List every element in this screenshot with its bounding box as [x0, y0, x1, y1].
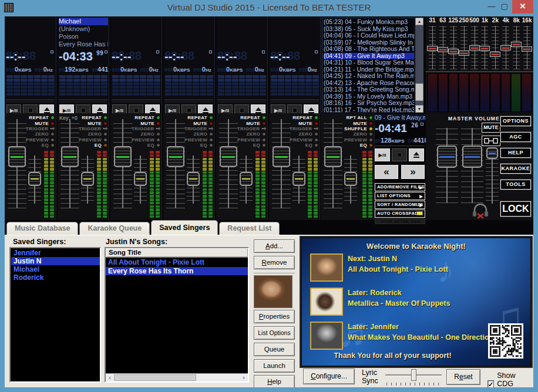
eq-slider[interactable] [481, 26, 488, 69]
stop-button[interactable] [392, 148, 407, 161]
tools-button[interactable]: TOOLS [500, 180, 531, 190]
scroll-right-icon[interactable]: › [240, 374, 248, 381]
deck-waveform[interactable] [217, 99, 266, 103]
help-button[interactable]: Help [254, 375, 295, 387]
auto-crossfade-button[interactable]: AUTO CROSSFADE [375, 209, 425, 218]
pitch-fader[interactable] [28, 156, 41, 204]
playlist-item[interactable]: (01:11) 17 - They're Red Hot.mp3 [324, 107, 414, 113]
reset-button[interactable]: Reset [446, 369, 480, 385]
volume-fader[interactable] [113, 119, 132, 208]
play-pause-button[interactable]: ▶/II [375, 148, 390, 161]
scroll-down-icon[interactable]: ▼ [415, 105, 423, 113]
volume-fader[interactable] [272, 119, 291, 208]
tab-request-list[interactable]: Request List [219, 222, 280, 235]
track-title[interactable]: Every Rose Has It [59, 40, 108, 48]
master-volume-fader-right[interactable] [461, 128, 483, 203]
next-track-button[interactable]: » [401, 165, 425, 179]
song-item[interactable]: All About Tonight - Pixie Lott [106, 258, 248, 266]
eq-handle[interactable] [438, 47, 448, 52]
playlist-item[interactable]: (03:38) 05 - Suck My Kiss.mp3 [324, 26, 414, 33]
eq-slider[interactable] [450, 26, 457, 69]
eq-handle[interactable] [479, 46, 490, 51]
eq-handle[interactable] [511, 42, 522, 47]
deck-waveform[interactable] [164, 99, 213, 103]
eq-handle[interactable] [490, 52, 500, 57]
headphone-volume-fader[interactable] [486, 147, 499, 204]
master-fader-handle[interactable] [462, 146, 482, 168]
volume-fader[interactable] [219, 119, 238, 208]
add-button[interactable]: Add... [254, 239, 295, 253]
volume-fader[interactable] [166, 119, 185, 208]
karaoke-button[interactable]: KARAOKE [500, 164, 531, 174]
eq-slider[interactable] [513, 26, 520, 69]
eq-handle[interactable] [459, 50, 469, 56]
lyric-sync-slider[interactable] [385, 369, 442, 386]
maximize-button[interactable]: ▢ [498, 0, 511, 13]
tab-karaoke-queue[interactable]: Karaoke Queue [79, 222, 150, 235]
close-button[interactable]: ✕ [512, 0, 533, 13]
eq-slider[interactable] [502, 26, 509, 69]
eq-handle[interactable] [427, 46, 438, 51]
pitch-fader-handle[interactable] [134, 172, 147, 186]
eq-slider[interactable] [471, 26, 478, 69]
volume-fader[interactable] [60, 119, 79, 208]
eject-button[interactable] [409, 148, 424, 161]
minimize-button[interactable]: — [485, 0, 498, 13]
playlist-item[interactable]: (04:42) 13 - Apache Rose Peacock.mp3 [324, 80, 414, 87]
link-channels-button[interactable] [482, 136, 500, 146]
master-mute-button[interactable]: MUTE [482, 123, 500, 133]
pitch-fader-handle[interactable] [28, 172, 41, 186]
volume-fader-handle[interactable] [167, 146, 184, 167]
song-title-column-header[interactable]: Song Title [106, 248, 248, 258]
volume-fader-handle[interactable] [324, 146, 342, 167]
headphone-icon[interactable] [472, 202, 489, 219]
volume-fader-handle[interactable] [273, 146, 290, 167]
add-remove-files-button[interactable]: ADD/REMOVE FILES▶ [375, 183, 425, 191]
list-options-button[interactable]: List Options [254, 326, 295, 340]
playlist-item[interactable]: (04:25) 12 - Naked In The Rain.mp3 [324, 73, 414, 80]
playlist-item[interactable]: (04:04) 06 - I Could Have Lied.mp3 [324, 32, 414, 39]
sort-randomize-button[interactable]: SORT / RANDOMIZE▶ [375, 201, 425, 209]
pitch-fader[interactable] [344, 156, 357, 204]
list-options-button[interactable]: LIST OPTIONS▶ [375, 192, 425, 200]
eq-slider[interactable] [523, 26, 530, 69]
volume-fader[interactable] [8, 119, 26, 208]
pitch-fader[interactable] [187, 156, 200, 204]
configure-button[interactable]: Configure... [303, 369, 355, 384]
help-button[interactable]: HELP [500, 148, 531, 158]
pitch-fader[interactable] [292, 156, 305, 204]
deck-waveform[interactable] [270, 99, 319, 103]
volume-fader[interactable] [324, 119, 342, 208]
eq-slider[interactable] [492, 26, 499, 69]
scroll-thumb[interactable] [114, 374, 196, 381]
playlist-item-selected[interactable]: (04:41) 09 - Give It Away.mp3 [324, 53, 414, 60]
eq-handle[interactable] [522, 46, 532, 52]
queue-button[interactable]: Queue [254, 343, 295, 356]
singer-item-selected[interactable]: Justin N [11, 257, 100, 265]
playlist-item[interactable]: (04:21) 11 - Under the Bridge.mp3 [324, 66, 414, 73]
pitch-fader[interactable] [134, 156, 147, 204]
track-line[interactable]: (Unknown) [59, 25, 108, 33]
playlist-scrollbar[interactable]: ▲ ▼ [415, 18, 423, 113]
headphone-fader-handle[interactable] [486, 147, 498, 159]
eq-handle[interactable] [500, 45, 511, 50]
pitch-fader[interactable] [81, 156, 94, 204]
master-volume-fader-left[interactable] [436, 128, 458, 203]
eq-slider[interactable] [439, 26, 446, 69]
playlist-item[interactable]: (04:39) 15 - My Lovely Man.mp3 [324, 93, 414, 100]
eq-handle[interactable] [448, 49, 459, 54]
master-fader-handle[interactable] [437, 146, 457, 168]
playlist-item[interactable]: (04:31) 10 - Blood Sugar Sex Magik.mp3 [324, 59, 414, 66]
playlist-item[interactable]: (03:59) 07 - Mellowship Slinky In B Majo… [324, 39, 414, 46]
previous-track-button[interactable]: « [375, 165, 398, 179]
checkbox-checked-icon[interactable]: ✓ [487, 380, 494, 388]
properties-button[interactable]: Properties [254, 310, 295, 323]
volume-fader-handle[interactable] [114, 146, 132, 167]
slider-thumb[interactable] [411, 369, 416, 381]
singer-item[interactable]: Jennifer [11, 249, 100, 257]
singer-songs-list[interactable]: Song Title All About Tonight - Pixie Lot… [105, 247, 249, 383]
volume-fader-handle[interactable] [61, 146, 79, 167]
track-artist[interactable]: Poison [59, 33, 108, 40]
playlist-item[interactable]: (08:16) 16 - Sir Psycho Sexy.mp3 [324, 100, 414, 107]
eq-slider[interactable] [429, 26, 436, 69]
